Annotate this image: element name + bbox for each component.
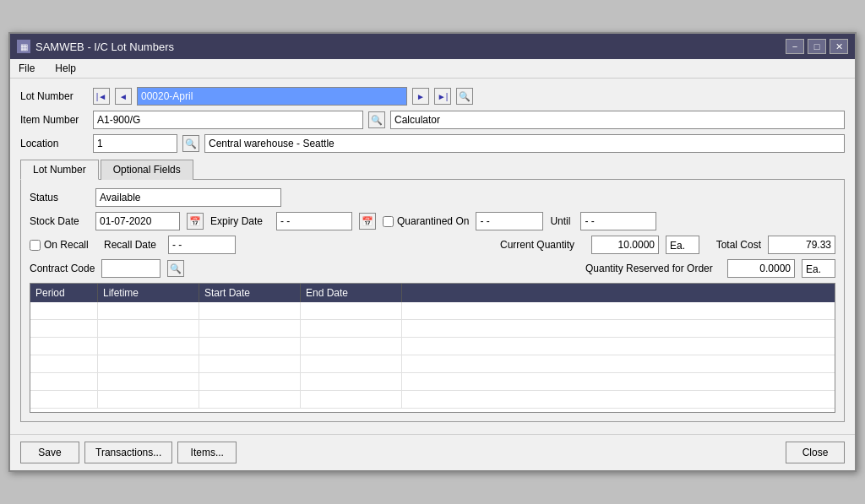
window-controls: − □ ✕ xyxy=(786,39,848,54)
current-quantity-label: Current Quantity xyxy=(500,239,585,251)
quarantined-date-input[interactable] xyxy=(476,212,543,230)
item-description-input xyxy=(390,111,845,129)
app-icon: ▦ xyxy=(17,40,30,53)
expiry-date-calendar-button[interactable]: 📅 xyxy=(359,213,376,230)
footer-left-buttons: Save Transactions... Items... xyxy=(20,442,237,463)
quarantined-checkbox-label: Quarantined On xyxy=(383,215,469,227)
contract-code-search-button[interactable]: 🔍 xyxy=(167,260,184,277)
quantity-reserved-label: Quantity Reserved for Order xyxy=(585,263,721,274)
title-bar-left: ▦ SAMWEB - I/C Lot Numbers xyxy=(17,40,174,53)
close-button[interactable]: Close xyxy=(786,442,845,463)
location-description-input xyxy=(204,134,845,153)
stock-date-input[interactable] xyxy=(95,212,180,230)
window-close-button[interactable]: ✕ xyxy=(830,39,848,54)
grid-col-lifetime: Lifetime xyxy=(98,284,199,302)
item-number-label: Item Number xyxy=(20,114,88,126)
status-input[interactable] xyxy=(95,188,281,207)
main-window: ▦ SAMWEB - I/C Lot Numbers − □ ✕ File He… xyxy=(8,32,857,472)
title-bar: ▦ SAMWEB - I/C Lot Numbers − □ ✕ xyxy=(10,34,855,59)
table-row xyxy=(30,391,835,409)
grid-col-start-date: Start Date xyxy=(199,284,301,302)
lot-number-input[interactable] xyxy=(137,87,407,106)
contract-code-label: Contract Code xyxy=(30,263,95,274)
recall-row: On Recall Recall Date Current Quantity E… xyxy=(30,236,835,254)
lot-number-row: Lot Number |◄ ◄ ► ►| 🔍 xyxy=(20,87,845,106)
main-content: Lot Number |◄ ◄ ► ►| 🔍 Item Number 🔍 Loc… xyxy=(10,79,855,431)
expiry-date-label: Expiry Date xyxy=(210,215,269,227)
location-label: Location xyxy=(20,138,88,149)
lot-number-label: Lot Number xyxy=(20,90,88,102)
location-search-button[interactable]: 🔍 xyxy=(182,135,199,152)
lot-first-button[interactable]: |◄ xyxy=(93,88,110,105)
quarantined-label: Quarantined On xyxy=(397,215,469,227)
recall-date-label: Recall Date xyxy=(104,239,161,251)
total-cost-input[interactable] xyxy=(768,236,835,254)
on-recall-label: On Recall xyxy=(44,239,89,251)
lot-last-button[interactable]: ►| xyxy=(434,88,451,105)
menu-bar: File Help xyxy=(10,59,855,79)
grid-header: Period Lifetime Start Date End Date xyxy=(30,284,835,302)
quantity-reserved-unit: Ea. xyxy=(802,259,835,278)
tab-lot-number[interactable]: Lot Number xyxy=(20,160,99,180)
tab-optional-fields[interactable]: Optional Fields xyxy=(101,160,193,180)
table-row xyxy=(30,338,835,355)
date-row: Stock Date 📅 Expiry Date 📅 Quarantined O… xyxy=(30,212,835,230)
lot-grid: Period Lifetime Start Date End Date xyxy=(30,283,835,413)
grid-col-end-date: End Date xyxy=(301,284,402,302)
table-row xyxy=(30,355,835,373)
tab-bar: Lot Number Optional Fields xyxy=(20,160,845,180)
grid-body xyxy=(30,302,835,412)
footer-bar: Save Transactions... Items... Close xyxy=(10,434,855,470)
until-label: Until xyxy=(550,215,574,227)
current-quantity-input[interactable] xyxy=(591,236,659,254)
contract-row: Contract Code 🔍 Quantity Reserved for Or… xyxy=(30,259,835,278)
status-label: Status xyxy=(30,192,89,203)
on-recall-checkbox-label: On Recall xyxy=(30,239,97,251)
stock-date-calendar-button[interactable]: 📅 xyxy=(187,213,204,230)
grid-col-period: Period xyxy=(30,284,98,302)
item-search-button[interactable]: 🔍 xyxy=(368,111,385,128)
table-row xyxy=(30,320,835,338)
menu-file[interactable]: File xyxy=(14,61,40,76)
minimize-button[interactable]: − xyxy=(786,39,804,54)
until-input[interactable] xyxy=(580,212,656,230)
maximize-button[interactable]: □ xyxy=(808,39,826,54)
location-row: Location 🔍 xyxy=(20,134,845,153)
on-recall-checkbox[interactable] xyxy=(30,240,41,251)
current-quantity-unit: Ea. xyxy=(666,236,699,254)
total-cost-label: Total Cost xyxy=(706,239,761,251)
quantity-reserved-input[interactable] xyxy=(727,259,795,278)
item-number-input[interactable] xyxy=(93,111,363,129)
lot-search-button[interactable]: 🔍 xyxy=(456,88,473,105)
expiry-date-input[interactable] xyxy=(276,212,352,230)
location-input[interactable] xyxy=(93,134,177,153)
menu-help[interactable]: Help xyxy=(50,61,81,76)
contract-code-input[interactable] xyxy=(101,259,160,278)
quarantined-checkbox[interactable] xyxy=(383,216,394,227)
tab-panel: Status Stock Date 📅 Expiry Date 📅 Quaran… xyxy=(20,179,845,422)
table-row xyxy=(30,302,835,320)
stock-date-label: Stock Date xyxy=(30,215,89,227)
transactions-button[interactable]: Transactions... xyxy=(84,442,172,463)
recall-date-input[interactable] xyxy=(168,236,236,254)
lot-prev-button[interactable]: ◄ xyxy=(115,88,132,105)
lot-next-button[interactable]: ► xyxy=(412,88,429,105)
window-title: SAMWEB - I/C Lot Numbers xyxy=(35,41,174,53)
item-number-row: Item Number 🔍 xyxy=(20,111,845,129)
items-button[interactable]: Items... xyxy=(177,442,237,463)
status-row: Status xyxy=(30,188,835,207)
footer-right-buttons: Close xyxy=(786,442,845,463)
save-button[interactable]: Save xyxy=(20,442,79,463)
table-row xyxy=(30,373,835,391)
